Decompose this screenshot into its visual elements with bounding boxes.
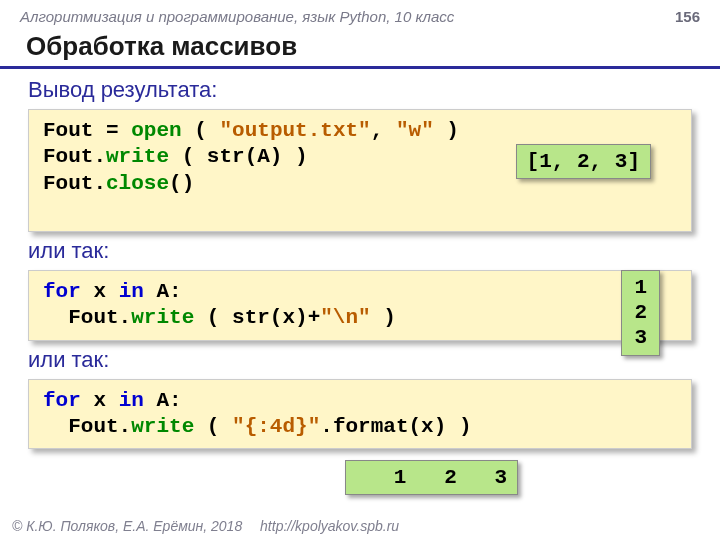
footer: © К.Ю. Поляков, Е.А. Ерёмин, 2018 http:/…: [12, 518, 399, 534]
code-text: Fout.: [43, 145, 106, 168]
code-text: A:: [144, 389, 182, 412]
code-text: A:: [144, 280, 182, 303]
code-text: "{:4d}": [232, 415, 320, 438]
code-text: =: [106, 119, 119, 142]
code-text: ): [434, 119, 459, 142]
code-text: for: [43, 389, 81, 412]
code-block-1: Fout = open ( "output.txt", "w" ) Fout.w…: [28, 109, 692, 232]
page-title: Обработка массивов: [0, 29, 720, 69]
code-text: (): [169, 172, 194, 195]
code-text: Fout.: [43, 415, 131, 438]
code-text: Fout.: [43, 172, 106, 195]
code-text: close: [106, 172, 169, 195]
output-box-2: 1 2 3: [621, 270, 660, 356]
code-text: ): [371, 306, 396, 329]
code-text: for: [43, 280, 81, 303]
code-text: in: [119, 280, 144, 303]
code-text: "output.txt": [220, 119, 371, 142]
code-text: .format(x) ): [320, 415, 471, 438]
code-text: open: [131, 119, 181, 142]
code-text: "\n": [320, 306, 370, 329]
code-text: write: [131, 415, 194, 438]
code-text: ,: [371, 119, 396, 142]
copyright-text: © К.Ю. Поляков, Е.А. Ерёмин, 2018: [12, 518, 242, 534]
page-number: 156: [675, 8, 700, 25]
section-3-label: или так:: [0, 345, 720, 379]
footer-url: http://kpolyakov.spb.ru: [260, 518, 399, 534]
output-box-3: 1 2 3: [345, 460, 518, 495]
code-block-3: for x in A: Fout.write ( "{:4d}".format(…: [28, 379, 692, 450]
section-2-label: или так:: [0, 236, 720, 270]
code-text: Fout.: [43, 306, 131, 329]
code-text: "w": [396, 119, 434, 142]
code-text: (: [207, 415, 232, 438]
code-text: x: [81, 280, 119, 303]
course-label: Алгоритмизация и программирование, язык …: [20, 8, 454, 25]
code-text: Fout: [43, 119, 93, 142]
code-text: write: [131, 306, 194, 329]
code-text: x: [81, 389, 119, 412]
code-text: ( str(A) ): [182, 145, 308, 168]
code-text: in: [119, 389, 144, 412]
code-text: (: [194, 119, 207, 142]
code-block-2: for x in A: Fout.write ( str(x)+"\n" ): [28, 270, 692, 341]
header-bar: Алгоритмизация и программирование, язык …: [0, 0, 720, 29]
code-text: ( str(x)+: [207, 306, 320, 329]
section-1-label: Вывод результата:: [0, 75, 720, 109]
output-box-1: [1, 2, 3]: [516, 144, 651, 179]
code-text: write: [106, 145, 169, 168]
